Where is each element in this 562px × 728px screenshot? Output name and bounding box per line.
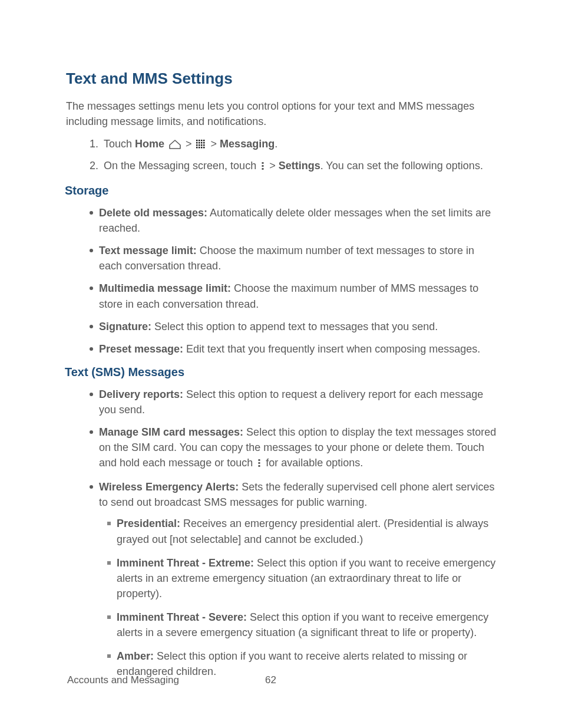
step-1-sep1: > [183,138,195,150]
sms-list: Delivery reports: Select this option to … [66,387,497,680]
intro-paragraph: The messages settings menu lets you cont… [66,98,497,129]
svg-rect-9 [199,144,200,146]
svg-rect-20 [259,462,260,464]
step-2-text-prefix: On the Messaging screen, touch [104,160,259,172]
item-label: Presidential: [117,518,180,529]
item-label: Imminent Threat - Severe: [117,611,247,623]
page-footer: Accounts and Messaging 62 [67,673,497,688]
list-item: Preset message: Edit text that you frequ… [99,341,497,357]
item-label: Manage SIM card messages: [99,426,243,438]
step-1: Touch Home > > Messaging. [101,136,497,153]
svg-rect-2 [201,140,203,141]
step-1-messaging-label: Messaging [220,138,275,150]
list-item: Imminent Threat - Severe: Select this op… [117,610,497,640]
list-item: Delivery reports: Select this option to … [99,387,497,417]
item-label: Delete old messages: [99,207,207,219]
item-label: Imminent Threat - Extreme: [117,557,254,569]
item-label: Wireless Emergency Alerts: [99,481,239,493]
item-label: Text message limit: [99,245,197,256]
step-1-sep2: > [208,138,220,150]
list-item: Delete old messages: Automatically delet… [99,205,497,236]
item-label: Signature: [99,321,151,332]
footer-section-label: Accounts and Messaging [67,673,179,688]
step-2: On the Messaging screen, touch > Setting… [101,158,497,175]
svg-rect-4 [196,142,198,144]
svg-rect-17 [262,165,264,167]
svg-rect-3 [203,140,205,141]
storage-heading: Storage [65,182,497,199]
svg-rect-8 [196,144,198,146]
svg-rect-1 [199,140,200,141]
svg-rect-15 [203,147,205,149]
list-item: Presidential: Receives an emergency pres… [117,516,497,546]
svg-rect-18 [262,168,264,170]
item-label: Amber: [117,650,154,662]
svg-rect-13 [199,147,200,149]
list-item: Multimedia message limit: Choose the max… [99,281,497,311]
list-item: Manage SIM card messages: Select this op… [99,424,497,472]
list-item: Wireless Emergency Alerts: Sets the fede… [99,479,497,679]
step-1-text-prefix: Touch [104,138,135,150]
storage-list: Delete old messages: Automatically delet… [66,205,497,357]
item-text: Select this option to append text to mes… [151,321,438,332]
step-2-settings-label: Settings [279,160,320,172]
step-1-home-label: Home [135,138,164,150]
item-label: Preset message: [99,343,183,355]
item-label: Delivery reports: [99,388,183,400]
apps-grid-icon [196,138,207,153]
list-item: Imminent Threat - Extreme: Select this o… [117,555,497,601]
svg-rect-5 [199,142,200,144]
svg-rect-11 [203,144,205,146]
overflow-menu-icon [260,160,265,175]
sms-heading: Text (SMS) Messages [65,364,497,381]
svg-rect-19 [259,459,260,461]
item-text-b: for available options. [263,457,363,469]
step-2-end: . You can set the following options. [320,160,483,172]
item-label: Multimedia message limit: [99,282,231,294]
footer-page-number: 62 [265,673,276,688]
list-item: Text message limit: Choose the maximum n… [99,243,497,274]
svg-rect-21 [259,465,260,467]
document-page: Text and MMS Settings The messages setti… [0,0,562,728]
overflow-menu-icon [257,457,262,472]
svg-rect-6 [201,142,203,144]
svg-rect-12 [196,147,198,149]
home-icon [168,138,181,153]
step-1-end: . [275,138,277,150]
steps-list: Touch Home > > Messaging. On the Messagi… [66,136,497,175]
svg-rect-10 [201,144,203,146]
page-title: Text and MMS Settings [66,68,497,90]
svg-rect-0 [196,140,198,141]
item-text: Edit text that you frequently insert whe… [183,343,480,355]
svg-rect-7 [203,142,205,144]
svg-rect-16 [262,162,264,164]
svg-rect-14 [201,147,203,149]
list-item: Signature: Select this option to append … [99,319,497,334]
step-2-sep: > [266,160,279,172]
wea-sublist: Presidential: Receives an emergency pres… [99,516,497,679]
